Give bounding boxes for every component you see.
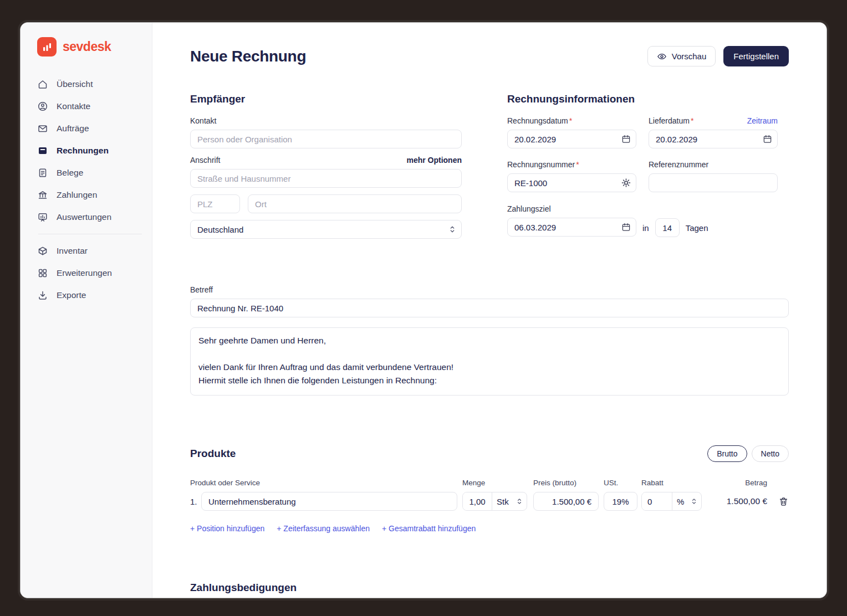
download-icon — [37, 290, 48, 301]
column-header-quantity: Menge — [462, 479, 533, 487]
quantity-input[interactable] — [463, 492, 492, 510]
delivery-date-label: Lieferdatum* — [649, 116, 693, 125]
receipt-icon — [37, 167, 48, 178]
app-window: sevdesk Übersicht Kontakte Aufträge Rech — [20, 22, 827, 598]
zip-input[interactable] — [190, 194, 240, 213]
invoice-icon — [37, 145, 48, 156]
chevron-up-down-icon — [691, 497, 697, 506]
gear-icon[interactable] — [621, 178, 631, 188]
preview-button[interactable]: Vorschau — [647, 46, 716, 66]
calendar-icon[interactable] — [621, 135, 631, 144]
sidebar-item-label: Inventar — [57, 246, 88, 256]
subject-section: Betreff Sehr geehrte Damen und Herren, v… — [190, 285, 789, 398]
payment-days-input[interactable] — [655, 218, 680, 237]
message-textarea[interactable]: Sehr geehrte Damen und Herren, vielen Da… — [190, 327, 789, 396]
sidebar-item-auftraege[interactable]: Aufträge — [37, 117, 143, 140]
subject-input[interactable] — [190, 299, 789, 317]
sidebar-item-rechnungen[interactable]: Rechnungen — [37, 140, 143, 162]
period-link[interactable]: Zeitraum — [747, 116, 778, 125]
gross-toggle[interactable]: Brutto — [707, 445, 747, 462]
country-select-value: Deutschland — [197, 225, 243, 234]
preview-button-label: Vorschau — [672, 52, 707, 61]
invoice-info-section-title: Rechnungsinformationen — [507, 93, 778, 105]
sidebar-item-uebersicht[interactable]: Übersicht — [37, 73, 143, 95]
product-name-input[interactable] — [201, 492, 457, 511]
in-label: in — [642, 223, 649, 233]
delete-row-button[interactable] — [774, 496, 789, 507]
discount-input[interactable] — [642, 492, 672, 510]
products-table-header: Produkt oder Service Menge Preis (brutto… — [190, 479, 789, 487]
sidebar-item-label: Übersicht — [57, 79, 93, 89]
sidebar-item-label: Exporte — [57, 290, 86, 300]
column-header-amount: Betrag — [702, 479, 789, 487]
address-label: Anschrift — [190, 156, 220, 165]
net-toggle[interactable]: Netto — [752, 445, 789, 462]
vat-select[interactable] — [604, 492, 637, 511]
finish-button[interactable]: Fertigstellen — [723, 46, 789, 66]
page-title: Neue Rechnung — [190, 48, 306, 65]
country-select[interactable]: Deutschland — [190, 220, 462, 239]
add-total-discount-link[interactable]: + Gesamtrabatt hinzufügen — [382, 524, 476, 533]
sidebar-item-belege[interactable]: Belege — [37, 162, 143, 184]
payment-target-row: Zahlungsziel in Tagen — [507, 204, 778, 237]
brand-name: sevdesk — [63, 39, 111, 54]
sidebar-item-auswertungen[interactable]: Auswertungen — [37, 206, 143, 228]
envelope-icon — [37, 123, 48, 134]
sidebar-divider — [38, 234, 142, 234]
chevron-up-down-icon — [449, 224, 456, 234]
sidebar-item-label: Zahlungen — [57, 190, 97, 200]
invoice-date-label: Rechnungsdatum* — [507, 116, 572, 125]
sidebar-item-label: Rechnungen — [57, 146, 109, 156]
sidebar-item-label: Belege — [57, 168, 83, 178]
row-amount: 1.500,00 € — [702, 496, 767, 506]
sidebar-item-zahlungen[interactable]: Zahlungen — [37, 184, 143, 206]
more-options-link[interactable]: mehr Optionen — [406, 156, 462, 165]
column-header-price: Preis (brutto) — [533, 479, 604, 487]
unit-select-value: Stk — [497, 497, 509, 506]
delivery-date-input[interactable] — [649, 130, 778, 148]
invoice-info-section: Rechnungsinformationen Rechnungsdatum* — [507, 93, 778, 239]
reference-number-label: Referenznummer — [649, 160, 708, 169]
price-input[interactable] — [533, 492, 599, 511]
required-asterisk: * — [576, 160, 579, 169]
sidebar-item-inventar[interactable]: Inventar — [37, 240, 143, 262]
discount-unit-select[interactable]: % — [672, 492, 701, 510]
subject-label: Betreff — [190, 285, 213, 294]
unit-select[interactable]: Stk — [492, 492, 527, 510]
contact-label: Kontakt — [190, 116, 216, 125]
contact-icon — [37, 101, 48, 112]
chart-board-icon — [37, 212, 48, 223]
sidebar: sevdesk Übersicht Kontakte Aufträge Rech — [21, 23, 152, 598]
brand-logo[interactable]: sevdesk — [37, 37, 143, 57]
add-position-link[interactable]: + Position hinzufügen — [190, 524, 264, 533]
sidebar-item-kontakte[interactable]: Kontakte — [37, 95, 143, 117]
apps-icon — [37, 268, 48, 279]
calendar-icon[interactable] — [763, 135, 772, 144]
column-header-name: Produkt oder Service — [190, 479, 462, 487]
recipient-section: Empfänger Kontakt Anschrift mehr Optione… — [190, 93, 462, 239]
calendar-icon[interactable] — [621, 223, 631, 232]
products-section-title: Produkte — [190, 448, 236, 460]
product-row: 1. Stk % — [190, 492, 789, 511]
column-header-discount: Rabatt — [641, 479, 702, 487]
row-index: 1. — [190, 497, 201, 506]
discount-unit-value: % — [677, 497, 684, 506]
reference-number-input[interactable] — [649, 173, 778, 192]
sidebar-item-label: Aufträge — [57, 124, 89, 134]
sidebar-item-exporte[interactable]: Exporte — [37, 284, 143, 306]
street-input[interactable] — [190, 169, 462, 188]
chevron-up-down-icon — [517, 497, 522, 506]
city-input[interactable] — [248, 194, 462, 213]
add-time-tracking-link[interactable]: + Zeiterfassung auswählen — [277, 524, 370, 533]
payment-target-input[interactable] — [507, 218, 636, 237]
sidebar-item-erweiterungen[interactable]: Erweiterungen — [37, 262, 143, 284]
sidebar-item-label: Kontakte — [57, 101, 90, 111]
sidebar-item-label: Erweiterungen — [57, 268, 112, 278]
contact-input[interactable] — [190, 130, 462, 148]
payment-target-label: Zahlungsziel — [507, 204, 551, 213]
recipient-section-title: Empfänger — [190, 93, 462, 105]
invoice-date-input[interactable] — [507, 130, 636, 148]
home-icon — [37, 79, 48, 90]
invoice-number-input[interactable] — [507, 173, 636, 192]
sidebar-item-label: Auswertungen — [57, 212, 111, 222]
